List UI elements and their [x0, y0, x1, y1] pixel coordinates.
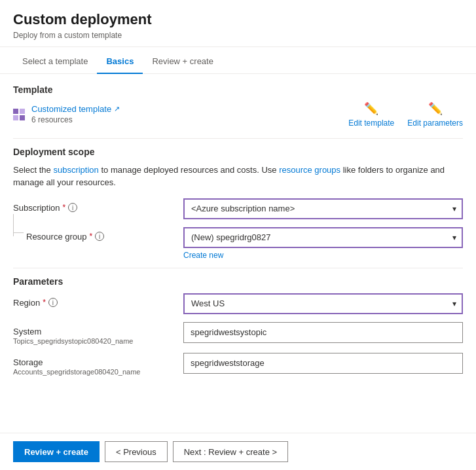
- subscription-required: *: [63, 203, 66, 212]
- region-dropdown[interactable]: West US East US West Europe: [183, 293, 463, 314]
- external-link-icon: ↗: [114, 105, 120, 113]
- resource-group-field: Resource group * i (New) spegridrg0827 C…: [13, 227, 463, 260]
- region-required: *: [43, 298, 46, 307]
- storage-input-wrap: [183, 353, 463, 374]
- review-create-button[interactable]: Review + create: [13, 441, 100, 462]
- system-label-text: System: [13, 327, 133, 336]
- edit-template-button[interactable]: ✏️ Edit template: [348, 101, 394, 128]
- resource-group-dropdown-wrapper: (New) spegridrg0827: [183, 227, 463, 248]
- template-icon: [13, 109, 25, 120]
- system-label-group: System Topics_spegridsystopic080420_name: [13, 327, 133, 345]
- resource-group-info-icon[interactable]: i: [95, 232, 104, 241]
- resource-group-dropdown[interactable]: (New) spegridrg0827: [183, 227, 463, 248]
- storage-label-text: Storage: [13, 357, 140, 367]
- resource-group-required: *: [90, 232, 93, 241]
- system-input[interactable]: [183, 322, 463, 343]
- tabs-nav: Select a template Basics Review + create: [0, 50, 476, 74]
- subscription-label: Subscription * i: [13, 198, 183, 213]
- page-header: Custom deployment Deploy from a custom t…: [0, 0, 476, 47]
- region-label: Region * i: [13, 293, 183, 308]
- template-row: Customized template ↗ 6 resources ✏️ Edi…: [13, 101, 463, 128]
- edit-template-icon: ✏️: [364, 101, 378, 116]
- template-info: Customized template ↗ 6 resources: [13, 104, 120, 124]
- divider-1: [13, 138, 463, 139]
- footer: Review + create < Previous Next : Review…: [0, 433, 476, 470]
- resource-group-label-text: Resource group: [26, 232, 87, 242]
- deployment-scope-title: Deployment scope: [13, 147, 463, 157]
- resource-groups-link[interactable]: resource groups: [279, 165, 340, 175]
- template-name-link[interactable]: Customized template ↗: [31, 104, 120, 114]
- storage-input[interactable]: [183, 353, 463, 374]
- subscription-dropdown[interactable]: <Azure subscription name>: [183, 198, 463, 219]
- tab-review-create[interactable]: Review + create: [143, 50, 223, 74]
- template-name-text: Customized template: [31, 104, 111, 114]
- storage-label-group: Storage Accounts_spegridstorage080420_na…: [13, 357, 140, 376]
- template-section-title: Template: [13, 84, 463, 95]
- parameters-section-title: Parameters: [13, 276, 463, 287]
- subscription-link[interactable]: subscription: [53, 165, 98, 175]
- edit-parameters-button[interactable]: ✏️ Edit parameters: [407, 101, 463, 128]
- region-dropdown-wrapper: West US East US West Europe: [183, 293, 463, 314]
- subscription-input-wrap: <Azure subscription name>: [183, 198, 463, 219]
- subscription-label-text: Subscription: [13, 203, 60, 213]
- create-new-link[interactable]: Create new: [183, 251, 463, 260]
- resource-group-input-wrap: (New) spegridrg0827 Create new: [183, 227, 463, 260]
- edit-template-label: Edit template: [348, 118, 394, 128]
- next-button[interactable]: Next : Review + create >: [173, 441, 288, 462]
- resource-group-label: Resource group * i: [13, 227, 183, 242]
- tab-select-template[interactable]: Select a template: [13, 50, 97, 74]
- page-subtitle: Deploy from a custom template: [13, 31, 463, 40]
- scope-description: Select the subscription to manage deploy…: [13, 164, 463, 189]
- region-label-text: Region: [13, 298, 40, 308]
- divider-2: [13, 268, 463, 268]
- system-field: System Topics_spegridsystopic080420_name: [13, 322, 463, 345]
- system-label: System Topics_spegridsystopic080420_name: [13, 322, 183, 345]
- region-field: Region * i West US East US West Europe: [13, 293, 463, 314]
- page-container: Custom deployment Deploy from a custom t…: [0, 0, 476, 470]
- storage-label: Storage Accounts_spegridstorage080420_na…: [13, 353, 183, 376]
- icon-cell-2: [20, 109, 25, 114]
- edit-parameters-label: Edit parameters: [407, 118, 463, 128]
- icon-cell-1: [13, 109, 18, 114]
- system-sublabel: Topics_spegridsystopic080420_name: [13, 337, 133, 345]
- main-content: Template Customized template ↗ 6 resourc…: [0, 74, 476, 433]
- edit-parameters-icon: ✏️: [428, 101, 443, 116]
- subscription-info-icon[interactable]: i: [68, 203, 77, 212]
- previous-button[interactable]: < Previous: [105, 441, 168, 462]
- tab-basics[interactable]: Basics: [97, 50, 143, 74]
- system-input-wrap: [183, 322, 463, 343]
- template-resources: 6 resources: [31, 115, 120, 124]
- region-input-wrap: West US East US West Europe: [183, 293, 463, 314]
- page-title: Custom deployment: [13, 10, 463, 29]
- subscription-dropdown-wrapper: <Azure subscription name>: [183, 198, 463, 219]
- storage-sublabel: Accounts_spegridstorage080420_name: [13, 368, 140, 376]
- icon-cell-3: [13, 115, 18, 120]
- icon-cell-4: [20, 115, 25, 120]
- subscription-field: Subscription * i <Azure subscription nam…: [13, 198, 463, 219]
- template-name-wrap: Customized template ↗ 6 resources: [31, 104, 120, 124]
- storage-field: Storage Accounts_spegridstorage080420_na…: [13, 353, 463, 376]
- template-actions: ✏️ Edit template ✏️ Edit parameters: [348, 101, 463, 128]
- region-info-icon[interactable]: i: [48, 298, 58, 307]
